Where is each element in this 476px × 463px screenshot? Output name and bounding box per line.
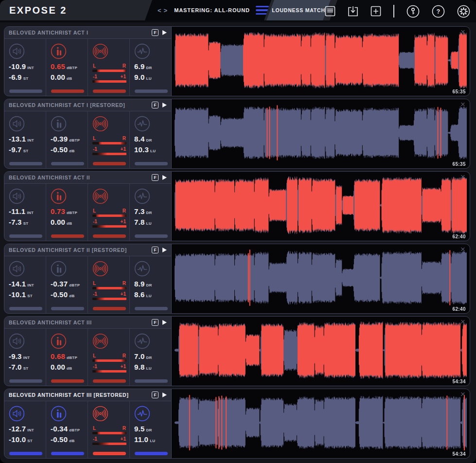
meter-neg-label: -1 <box>93 219 97 225</box>
loudness-range-unit: LU <box>146 294 151 298</box>
dynamic-range-unit: DR <box>146 66 152 70</box>
loudness-range-unit: LU <box>146 76 151 81</box>
loudness-range-value: 9.8 <box>134 363 144 371</box>
track-title: BELOVED ANTICHRIST ACT I <box>9 30 148 36</box>
dynamics-cell: 7.3DR 7.8LU <box>130 184 171 241</box>
short-term-loudness-unit: ST <box>23 221 29 226</box>
add-file-icon[interactable] <box>370 6 381 17</box>
meter-right-label: R <box>123 426 126 431</box>
preset-prev-icon[interactable]: < <box>158 7 161 14</box>
stereo-status-bar <box>93 307 126 310</box>
notes-icon[interactable] <box>325 6 335 17</box>
dynamic-range-unit: DR <box>146 211 152 215</box>
peak-db-unit: dB <box>67 366 72 371</box>
balance-meter <box>92 359 126 362</box>
true-peak-value: 0.73 <box>51 207 65 215</box>
stereo-status-bar <box>93 452 126 455</box>
play-icon[interactable] <box>162 30 167 35</box>
dynamics-cell: 9.5DR 11.0LU <box>130 401 171 458</box>
short-term-loudness-value: -10.1 <box>9 290 26 299</box>
loudness-range-value: 7.8 <box>134 218 144 226</box>
focus-button[interactable]: F <box>152 392 159 398</box>
meter-left-label: L <box>93 426 96 431</box>
peak-status-bar <box>51 452 84 455</box>
peak-meter-icon <box>51 333 67 349</box>
speaker-icon <box>9 116 25 132</box>
waveform[interactable] <box>175 248 467 307</box>
meter-neg-label: -1 <box>93 364 97 370</box>
play-icon[interactable] <box>162 248 167 252</box>
license-key-icon[interactable] <box>406 5 420 18</box>
loudness-match-button[interactable]: LOUDNESS MATCH <box>266 0 331 20</box>
meter-left-label: L <box>93 136 96 142</box>
focus-button[interactable]: F <box>152 319 159 326</box>
focus-button[interactable]: F <box>152 174 159 181</box>
dynamic-range-value: 9.5 <box>134 425 144 433</box>
play-icon[interactable] <box>162 392 167 397</box>
track-row: BELOVED ANTICHRIST ACT I [RESTORED] F -1… <box>4 99 470 169</box>
waveform-panel: × 54:34 <box>172 317 470 386</box>
stereo-cell: L R -1 +1 <box>88 111 130 168</box>
dynamic-range-value: 8.4 <box>134 135 144 143</box>
loudness-status-bar <box>9 452 42 455</box>
loudness-cell: -11.1INT -7.3ST <box>4 184 46 241</box>
short-term-loudness-value: -6.9 <box>9 73 22 81</box>
speaker-icon <box>9 188 25 204</box>
play-icon[interactable] <box>162 103 167 107</box>
waveform[interactable] <box>175 31 467 90</box>
track-header: BELOVED ANTICHRIST ACT I [RESTORED] F <box>4 99 171 111</box>
peak-cell: 0.68dBTP 0.00dB <box>46 329 88 386</box>
peak-db-value: -0.50 <box>51 435 68 444</box>
loudness-range-value: 10.3 <box>134 145 149 154</box>
integrated-loudness-unit: INT <box>27 138 34 142</box>
focus-button[interactable]: F <box>152 247 159 253</box>
stereo-status-bar <box>93 89 126 93</box>
waveform-panel: × 54:34 <box>172 389 470 458</box>
true-peak-unit: dBTP <box>69 138 80 142</box>
focus-button[interactable]: F <box>152 102 159 108</box>
focus-button[interactable]: F <box>152 29 159 36</box>
waveform[interactable] <box>175 393 467 452</box>
short-term-loudness-value: -7.0 <box>9 363 22 371</box>
track-stats-panel: BELOVED ANTICHRIST ACT II F -11.1INT -7.… <box>4 172 172 241</box>
dynamics-status-bar <box>135 89 168 93</box>
waveform[interactable] <box>175 176 467 235</box>
peak-meter-icon <box>51 188 67 204</box>
waveform[interactable] <box>175 321 467 380</box>
dynamics-icon <box>134 43 150 59</box>
close-icon[interactable]: × <box>460 317 465 327</box>
preset-selector[interactable]: < > MASTERING: ALL-ROUND <box>145 0 271 20</box>
track-row: BELOVED ANTICHRIST ACT II F -11.1INT -7.… <box>4 171 470 241</box>
loudness-cell: -14.1INT -10.1ST <box>4 256 46 313</box>
peak-cell: -0.34dBTP -0.50dB <box>46 401 88 458</box>
speaker-icon <box>9 43 25 59</box>
meter-pos-label: +1 <box>121 74 126 80</box>
track-title: BELOVED ANTICHRIST ACT III [RESTORED] <box>9 392 148 398</box>
speaker-icon <box>9 261 25 277</box>
meter-pos-label: +1 <box>121 364 126 370</box>
close-icon[interactable]: × <box>460 27 465 37</box>
dynamics-cell: 8.4DR 10.3LU <box>130 111 171 168</box>
stereo-meters: L R -1 +1 <box>92 63 126 85</box>
track-stats-panel: BELOVED ANTICHRIST ACT II [RESTORED] F -… <box>4 244 172 313</box>
close-icon[interactable]: × <box>460 245 465 254</box>
top-bar: EXPOSE 2 < > MASTERING: ALL-ROUND LOUDNE… <box>0 0 476 22</box>
integrated-loudness-unit: INT <box>27 66 34 70</box>
preset-next-icon[interactable]: > <box>164 7 168 14</box>
play-icon[interactable] <box>162 320 167 325</box>
close-icon[interactable]: × <box>460 100 465 109</box>
loudness-match-label: LOUDNESS MATCH <box>272 7 325 13</box>
close-icon[interactable]: × <box>460 390 465 399</box>
true-peak-unit: dBTP <box>67 66 77 70</box>
dynamics-status-bar <box>135 162 168 165</box>
import-icon[interactable] <box>348 6 358 17</box>
close-icon[interactable]: × <box>460 172 465 182</box>
play-icon[interactable] <box>162 175 167 180</box>
waveform[interactable] <box>175 103 467 162</box>
settings-icon[interactable] <box>457 5 470 18</box>
help-icon[interactable]: ? <box>432 5 445 18</box>
track-list: BELOVED ANTICHRIST ACT I F -10.9INT -6.9… <box>0 22 476 463</box>
true-peak-unit: dBTP <box>67 211 77 215</box>
loudness-range-unit: LU <box>146 366 151 371</box>
preset-label[interactable]: MASTERING: ALL-ROUND <box>174 7 250 13</box>
